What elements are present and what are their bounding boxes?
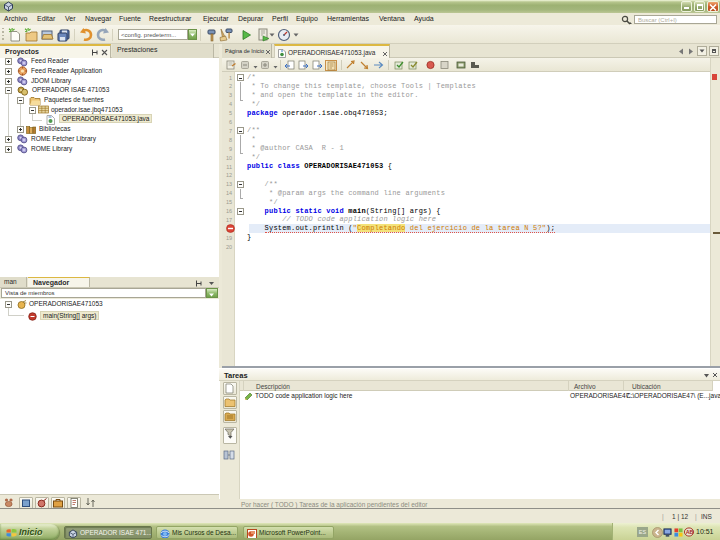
- svg-text:AB: AB: [686, 529, 694, 535]
